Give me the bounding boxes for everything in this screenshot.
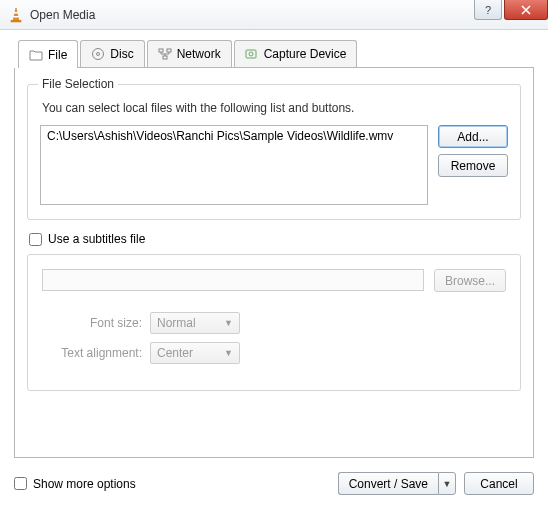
convert-save-splitbutton: Convert / Save ▼: [338, 472, 456, 495]
text-align-value: Center: [157, 346, 193, 360]
dialog-footer: Show more options Convert / Save ▼ Cance…: [14, 472, 534, 495]
svg-rect-8: [163, 56, 167, 59]
tab-file[interactable]: File: [18, 40, 78, 68]
file-selection-group: File Selection You can select local file…: [27, 84, 521, 220]
text-align-row: Text alignment: Center ▼: [52, 342, 506, 364]
font-size-label: Font size:: [52, 316, 142, 330]
convert-save-dropdown[interactable]: ▼: [438, 472, 456, 495]
tab-network[interactable]: Network: [147, 40, 232, 67]
add-button[interactable]: Add...: [438, 125, 508, 148]
cancel-button[interactable]: Cancel: [464, 472, 534, 495]
vlc-cone-icon: [8, 7, 24, 23]
capture-icon: [245, 47, 259, 61]
text-align-label: Text alignment:: [52, 346, 142, 360]
svg-point-4: [93, 49, 104, 60]
browse-button: Browse...: [434, 269, 506, 292]
close-button[interactable]: [504, 0, 548, 20]
svg-rect-1: [14, 12, 18, 14]
file-row: C:\Users\Ashish\Videos\Ranchi Pics\Sampl…: [40, 125, 508, 205]
font-size-combo: Normal ▼: [150, 312, 240, 334]
svg-marker-0: [13, 8, 19, 21]
help-button[interactable]: ?: [474, 0, 502, 20]
use-subtitles-row: Use a subtitles file: [29, 232, 519, 246]
window-buttons: ?: [474, 0, 548, 20]
tab-bar: File Disc Network Capture Device: [18, 40, 534, 68]
chevron-down-icon: ▼: [224, 348, 233, 358]
tab-disc[interactable]: Disc: [80, 40, 144, 67]
subtitle-file-input: [42, 269, 424, 291]
svg-point-10: [249, 52, 253, 56]
show-more-label: Show more options: [33, 477, 136, 491]
file-list-item[interactable]: C:\Users\Ashish\Videos\Ranchi Pics\Sampl…: [47, 129, 421, 143]
file-list[interactable]: C:\Users\Ashish\Videos\Ranchi Pics\Sampl…: [40, 125, 428, 205]
window-title: Open Media: [30, 8, 95, 22]
svg-rect-9: [246, 50, 256, 58]
tab-content-file: File Selection You can select local file…: [14, 68, 534, 458]
svg-rect-3: [11, 20, 21, 22]
subtitle-file-row: Browse...: [42, 269, 506, 292]
chevron-down-icon: ▼: [443, 479, 452, 489]
font-size-row: Font size: Normal ▼: [52, 312, 506, 334]
svg-rect-7: [167, 49, 171, 52]
text-align-combo: Center ▼: [150, 342, 240, 364]
convert-save-button[interactable]: Convert / Save: [338, 472, 438, 495]
tab-label: Disc: [110, 47, 133, 61]
subtitles-group: Browse... Font size: Normal ▼ Text align…: [27, 254, 521, 391]
remove-button[interactable]: Remove: [438, 154, 508, 177]
tab-label: Capture Device: [264, 47, 347, 61]
svg-point-5: [97, 53, 100, 56]
tab-label: Network: [177, 47, 221, 61]
file-icon: [29, 48, 43, 62]
svg-rect-6: [159, 49, 163, 52]
dialog-content: File Disc Network Capture Device File Se…: [0, 30, 548, 507]
use-subtitles-checkbox[interactable]: [29, 233, 42, 246]
group-legend: File Selection: [38, 77, 118, 91]
instruction-text: You can select local files with the foll…: [42, 101, 506, 115]
show-more-checkbox[interactable]: [14, 477, 27, 490]
network-icon: [158, 47, 172, 61]
titlebar: Open Media ?: [0, 0, 548, 30]
file-side-buttons: Add... Remove: [438, 125, 508, 205]
disc-icon: [91, 47, 105, 61]
tab-label: File: [48, 48, 67, 62]
use-subtitles-label: Use a subtitles file: [48, 232, 145, 246]
font-size-value: Normal: [157, 316, 196, 330]
chevron-down-icon: ▼: [224, 318, 233, 328]
svg-rect-2: [13, 16, 19, 18]
tab-capture[interactable]: Capture Device: [234, 40, 358, 67]
